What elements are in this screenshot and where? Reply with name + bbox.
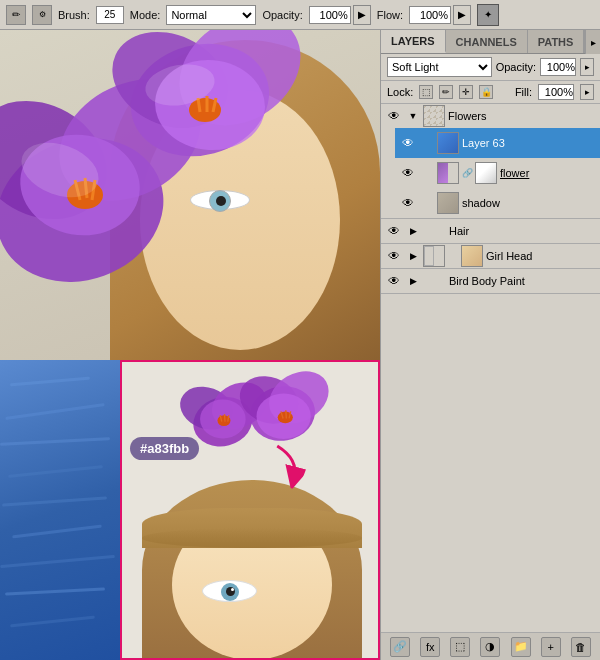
- group-header-birdbody[interactable]: 👁 ▶ Bird Body Paint: [381, 269, 600, 293]
- fill-arrow[interactable]: ▸: [580, 84, 594, 100]
- main-area: #a83fbb: [0, 30, 600, 660]
- group-flowers: 👁 ▼ Flowers 👁 Layer 63: [381, 104, 600, 219]
- expand-icon-flowers[interactable]: ▼: [406, 109, 420, 123]
- group-thumb-flowers: [423, 105, 445, 127]
- eye-icon-hair[interactable]: 👁: [385, 222, 403, 240]
- group-name-hair: Hair: [449, 225, 596, 237]
- panel-tabs: LAYERS CHANNELS PATHS ▸: [381, 30, 600, 54]
- layer-row-flower[interactable]: 👁 🔗 flower: [395, 158, 600, 188]
- brush-size-input[interactable]: [96, 6, 124, 24]
- group-name-girlhead: Girl Head: [486, 250, 596, 262]
- lock-row-label: Lock:: [387, 86, 413, 98]
- lock-all-icon[interactable]: 🔒: [479, 85, 493, 99]
- tab-layers[interactable]: LAYERS: [381, 30, 446, 53]
- opacity-arrow[interactable]: ▸: [580, 58, 594, 76]
- thumb-layer63: [437, 132, 459, 154]
- blend-mode-row: Soft Light Opacity: ▸: [381, 54, 600, 81]
- layer-row-layer63[interactable]: 👁 Layer 63: [395, 128, 600, 158]
- delete-layer-icon[interactable]: 🗑: [571, 637, 591, 657]
- canvas-area: #a83fbb: [0, 30, 380, 660]
- opacity-label: Opacity:: [262, 9, 302, 21]
- svg-line-32: [286, 410, 287, 418]
- fill-label: Fill:: [515, 86, 532, 98]
- group-name-flowers: Flowers: [448, 110, 596, 122]
- eye-icon-girlhead[interactable]: 👁: [385, 247, 403, 265]
- opacity-input[interactable]: [309, 6, 351, 24]
- group-hair: 👁 ▶ Hair: [381, 219, 600, 244]
- lock-paint-icon[interactable]: ✏: [439, 85, 453, 99]
- blend-mode-select[interactable]: Soft Light: [387, 57, 492, 77]
- thumb-girlhead-layer: [461, 245, 483, 267]
- fx-icon[interactable]: fx: [420, 637, 440, 657]
- flowers-illustration: [0, 30, 380, 370]
- layers-panel: LAYERS CHANNELS PATHS ▸ Soft Light Opaci…: [380, 30, 600, 660]
- expand-icon-hair[interactable]: ▶: [406, 224, 420, 238]
- mask-icon[interactable]: ⬚: [450, 637, 470, 657]
- flow-input[interactable]: [409, 6, 451, 24]
- flow-label: Flow:: [377, 9, 403, 21]
- mode-select[interactable]: Normal: [166, 5, 256, 25]
- mode-label: Mode:: [130, 9, 161, 21]
- svg-line-13: [198, 98, 200, 112]
- svg-line-24: [224, 414, 225, 422]
- blue-coat-area: [0, 360, 120, 660]
- group-icon[interactable]: 📁: [511, 637, 531, 657]
- tab-paths[interactable]: PATHS: [528, 30, 585, 53]
- panel-menu-icon[interactable]: ▸: [585, 30, 600, 54]
- chain-icon-flower: 🔗: [462, 168, 472, 178]
- layer-name-layer63: Layer 63: [462, 137, 596, 149]
- expand-icon-birdbody[interactable]: ▶: [406, 274, 420, 288]
- expand-icon-girlhead[interactable]: ▶: [406, 249, 420, 263]
- opacity-row-label: Opacity:: [496, 61, 536, 73]
- toolbar: ✏ ⚙ Brush: Mode: Normal Opacity: ▶ Flow:…: [0, 0, 600, 30]
- layer-name-shadow: shadow: [462, 197, 596, 209]
- lock-position-icon[interactable]: ✛: [459, 85, 473, 99]
- group-header-girlhead[interactable]: 👁 ▶ Girl Head: [381, 244, 600, 268]
- thumb-girlhead: [423, 245, 445, 267]
- photo-top: [0, 30, 380, 370]
- adjustment-icon[interactable]: ◑: [480, 637, 500, 657]
- layer-name-flower: flower: [500, 167, 596, 179]
- layer-row-shadow[interactable]: 👁 shadow: [395, 188, 600, 218]
- group-name-birdbody: Bird Body Paint: [449, 275, 596, 287]
- thumb-shadow: [437, 192, 459, 214]
- lock-row: Lock: ⬚ ✏ ✛ 🔒 Fill: ▸: [381, 81, 600, 104]
- thumb-flower-mask: [475, 162, 497, 184]
- eye-icon-flower[interactable]: 👁: [399, 164, 417, 182]
- group-girlhead: 👁 ▶ Girl Head: [381, 244, 600, 269]
- layers-panel-footer: 🔗 fx ⬚ ◑ 📁 + 🗑: [381, 632, 600, 660]
- eye-icon-layer63[interactable]: 👁: [399, 134, 417, 152]
- airbrush-icon[interactable]: ✦: [477, 4, 499, 26]
- group-birdbody: 👁 ▶ Bird Body Paint: [381, 269, 600, 294]
- fill-input[interactable]: [538, 84, 574, 100]
- brush-label: Brush:: [58, 9, 90, 21]
- layers-list: 👁 ▼ Flowers 👁 Layer 63: [381, 104, 600, 632]
- lock-transparent-icon[interactable]: ⬚: [419, 85, 433, 99]
- flow-arrow-btn[interactable]: ▶: [453, 5, 471, 25]
- settings-icon[interactable]: ⚙: [32, 5, 52, 25]
- new-layer-icon[interactable]: +: [541, 637, 561, 657]
- thumb-flower: [437, 162, 459, 184]
- color-tooltip: #a83fbb: [130, 437, 199, 460]
- preview-box: [120, 360, 380, 660]
- brush-tool-icon[interactable]: ✏: [6, 5, 26, 25]
- eye-icon-birdbody[interactable]: 👁: [385, 272, 403, 290]
- group-header-flowers[interactable]: 👁 ▼ Flowers: [381, 104, 600, 128]
- link-layers-icon[interactable]: 🔗: [390, 637, 410, 657]
- eye-icon-shadow[interactable]: 👁: [399, 194, 417, 212]
- group-header-hair[interactable]: 👁 ▶ Hair: [381, 219, 600, 243]
- opacity-row-input[interactable]: [540, 58, 576, 76]
- eye-icon-flowers[interactable]: 👁: [385, 107, 403, 125]
- tab-channels[interactable]: CHANNELS: [446, 30, 528, 53]
- opacity-arrow-btn[interactable]: ▶: [353, 5, 371, 25]
